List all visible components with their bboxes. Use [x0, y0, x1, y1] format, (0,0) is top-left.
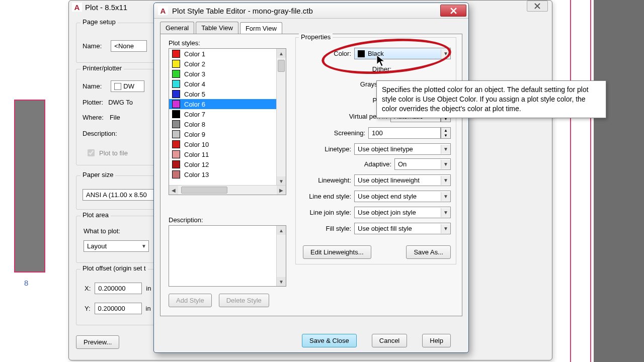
plot-styles-label: Plot styles:	[169, 39, 200, 47]
plot-style-item[interactable]: Color 11	[169, 149, 277, 159]
group-label: Paper size	[80, 171, 115, 178]
screening-label: Screening:	[311, 129, 365, 137]
color-swatch-icon	[172, 140, 180, 148]
plot-style-item-label: Color 12	[184, 161, 209, 168]
plot-style-item[interactable]: Color 12	[169, 159, 277, 169]
plot-to-file-checkbox[interactable]	[88, 149, 95, 156]
save-and-close-button[interactable]: Save & Close	[302, 334, 357, 347]
combo-value: Use object fill style	[358, 225, 412, 232]
group-page-setup: Page setup Name: <None	[76, 23, 163, 63]
scrollbar-vertical[interactable]: ▲▼	[276, 226, 286, 286]
color-combo[interactable]: Black ▼	[354, 48, 451, 59]
fill-style-combo[interactable]: Use object fill style▼	[354, 223, 451, 234]
color-swatch-icon	[172, 150, 180, 158]
delete-style-button[interactable]: Delete Style	[219, 294, 269, 307]
plot-style-item-label: Color 13	[184, 171, 209, 178]
add-style-button[interactable]: Add Style	[169, 294, 212, 307]
color-swatch-icon	[172, 120, 180, 128]
edit-lineweights-button[interactable]: Edit Lineweights...	[303, 245, 371, 259]
plot-dialog-close-button[interactable]	[527, 1, 548, 12]
save-as-button[interactable]: Save As...	[406, 245, 451, 259]
group-plot-area: Plot area What to plot: Layout▼	[76, 216, 163, 263]
scrollbar-vertical[interactable]: ▲▼	[276, 49, 286, 186]
editor-tabstrip: General Table View Form View	[154, 19, 468, 34]
plot-style-item[interactable]: Color 4	[169, 79, 277, 89]
where-label: Where:	[83, 114, 104, 121]
lineweight-label: Lineweight:	[297, 176, 351, 184]
editor-help-button[interactable]: Help	[422, 334, 451, 347]
description-textarea[interactable]: ▲▼	[169, 225, 286, 287]
adaptive-label: Adaptive:	[337, 160, 391, 168]
adaptive-combo[interactable]: On▼	[394, 158, 451, 170]
plot-style-item-label: Color 8	[184, 121, 205, 128]
plot-styles-listbox[interactable]: Color 1Color 2Color 3Color 4Color 5Color…	[169, 48, 286, 195]
description-label: Description:	[169, 216, 203, 224]
color-swatch-icon	[172, 50, 180, 58]
properties-group: Properties Color: Black ▼ Dither: ▼ Gray…	[295, 37, 456, 264]
group-paper-size: Paper size ANSI A (11.00 x 8.50	[76, 175, 163, 210]
color-swatch-icon	[172, 170, 180, 178]
plot-style-item[interactable]: Color 9	[169, 129, 277, 139]
tab-general[interactable]: General	[160, 22, 194, 34]
plot-style-item[interactable]: Color 10	[169, 139, 277, 149]
tab-form-view[interactable]: Form View	[240, 22, 282, 34]
page-thumbnail[interactable]	[14, 100, 45, 273]
plot-dialog-title: Plot - 8.5x11	[85, 3, 127, 12]
what-to-plot-combo[interactable]: Layout▼	[84, 240, 149, 252]
printer-name-label: Name:	[83, 82, 102, 90]
plot-style-item[interactable]: Color 7	[169, 109, 277, 119]
plot-style-item[interactable]: Color 8	[169, 119, 277, 129]
combo-value: Use object join style	[358, 209, 416, 216]
lineweight-combo[interactable]: Use object lineweight▼	[354, 174, 451, 186]
what-to-plot-label: What to plot:	[84, 227, 120, 235]
plot-style-item-label: Color 6	[184, 101, 205, 108]
cancel-button[interactable]: Cancel	[372, 334, 407, 347]
y-offset-input[interactable]	[95, 303, 142, 314]
scrollbar-horizontal[interactable]: ◀▶	[169, 185, 286, 195]
combo-value: <None	[114, 42, 134, 50]
screening-spin[interactable]: ▲▼	[368, 127, 451, 139]
editor-close-button[interactable]	[440, 5, 466, 17]
plot-style-item-label: Color 9	[184, 131, 205, 138]
line-end-style-combo[interactable]: Use object end style▼	[354, 191, 451, 202]
y-units: in	[146, 305, 151, 312]
plot-style-editor-dialog: Plot Style Table Editor - mono-gray-file…	[153, 3, 469, 353]
color-swatch-icon	[172, 80, 180, 88]
plot-style-item[interactable]: Color 13	[169, 169, 277, 179]
x-label: X:	[85, 285, 91, 292]
spin-value[interactable]	[368, 127, 441, 139]
printer-name-combo[interactable]: DW	[111, 80, 144, 92]
editor-titlebar: Plot Style Table Editor - mono-gray-file…	[154, 3, 468, 19]
plot-style-item[interactable]: Color 2	[169, 59, 277, 69]
plotter-value: DWG To	[108, 99, 133, 106]
plot-to-file-label: Plot to file	[99, 149, 128, 157]
combo-value: ANSI A (11.00 x 8.50	[86, 191, 147, 199]
plot-style-item[interactable]: Color 1	[169, 49, 277, 59]
editor-title: Plot Style Table Editor - mono-gray-file…	[172, 7, 313, 15]
linetype-combo[interactable]: Use object linetype▼	[354, 143, 451, 155]
name-label: Name:	[83, 42, 102, 50]
plot-style-item[interactable]: Color 3	[169, 69, 277, 79]
description-label: Description:	[83, 130, 117, 137]
group-printer-plotter: Printer/plotter Name: DW Plotter: DWG To…	[76, 69, 163, 165]
plot-style-item[interactable]: Color 5	[169, 89, 277, 99]
plot-style-item[interactable]: Color 6	[169, 99, 277, 109]
tab-table-view[interactable]: Table View	[196, 22, 238, 34]
autocad-icon	[158, 6, 168, 15]
page-thumbnail-number: 8	[24, 279, 28, 287]
group-label: Printer/plotter	[80, 64, 124, 72]
group-label: Page setup	[80, 18, 118, 26]
plot-style-item-label: Color 5	[184, 90, 205, 98]
paper-size-combo[interactable]: ANSI A (11.00 x 8.50	[83, 189, 160, 201]
plot-style-item-label: Color 11	[184, 151, 209, 158]
page-setup-name-combo[interactable]: <None	[111, 40, 147, 52]
fill-style-label: Fill style:	[297, 225, 351, 232]
plot-style-item-label: Color 2	[184, 60, 205, 68]
x-offset-input[interactable]	[95, 283, 142, 294]
combo-value: Layout	[87, 242, 107, 250]
plot-style-item-label: Color 7	[184, 111, 205, 118]
preview-button[interactable]: Preview...	[76, 335, 119, 349]
line-join-style-combo[interactable]: Use object join style▼	[354, 207, 451, 218]
line-join-style-label: Line join style:	[297, 209, 351, 216]
combo-value: Use object lineweight	[358, 176, 420, 184]
